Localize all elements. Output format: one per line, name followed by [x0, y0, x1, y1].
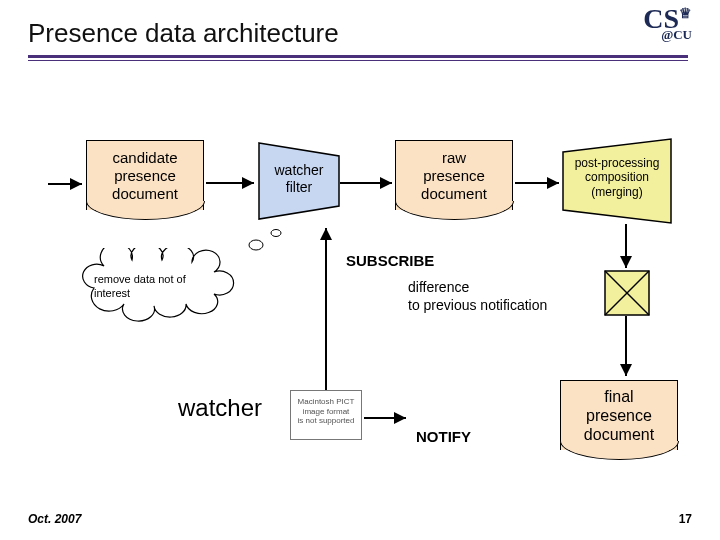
watcher-filter-node: watcher filter	[258, 142, 340, 220]
missing-3: is not supported	[298, 416, 355, 425]
raw-line2: presence	[423, 167, 485, 185]
footer-date: Oct. 2007	[28, 512, 81, 526]
missing-1: Macintosh PICT	[298, 397, 355, 406]
cloud-line2: interest	[94, 286, 234, 300]
raw-line3: document	[421, 185, 487, 203]
footer-page-number: 17	[679, 512, 692, 526]
candidate-line1: candidate	[112, 149, 177, 167]
raw-line1: raw	[442, 149, 466, 167]
arrow-raw-to-post	[515, 175, 565, 193]
subscribe-label: SUBSCRIBE	[346, 252, 434, 269]
final-line2: presence	[586, 406, 652, 425]
missing-image-placeholder: Macintosh PICT image format is not suppo…	[290, 390, 362, 440]
arrow-input	[48, 176, 88, 194]
diff-line2: to previous notification	[408, 296, 547, 314]
crown-icon: ♕	[679, 8, 692, 19]
logo-at: @	[661, 27, 673, 42]
page-title: Presence data architecture	[28, 18, 692, 49]
cloud-line1: remove data not of	[94, 272, 234, 286]
filter-line2: filter	[258, 179, 340, 196]
final-line3: document	[584, 425, 654, 444]
arrow-subscribe-up	[320, 222, 332, 396]
arrow-candidate-to-filter	[206, 175, 260, 193]
candidate-presence-document-node: candidate presence document	[86, 140, 204, 210]
post-line3: (merging)	[562, 185, 672, 199]
thought-bubble-2	[270, 224, 284, 242]
svg-point-6	[249, 240, 263, 250]
filter-line1: watcher	[258, 162, 340, 179]
arrow-notify-right	[364, 410, 412, 428]
arrow-post-to-diff	[620, 224, 632, 278]
raw-presence-document-node: raw presence document	[395, 140, 513, 210]
title-rule-thin	[28, 60, 688, 61]
cs-cu-logo: CS♕ @CU	[643, 8, 692, 41]
thought-bubble-1	[248, 238, 268, 256]
logo-inst: CU	[673, 27, 692, 42]
remove-data-cloud: remove data not of interest	[84, 258, 234, 318]
final-presence-document-node: final presence document	[560, 380, 678, 450]
arrow-filter-to-raw	[340, 175, 398, 193]
arrow-diff-to-final	[620, 316, 632, 386]
post-processing-node: post-processing composition (merging)	[562, 138, 672, 224]
watcher-label: watcher	[178, 394, 262, 422]
svg-point-7	[271, 230, 281, 237]
candidate-line2: presence	[114, 167, 176, 185]
notify-label: NOTIFY	[416, 428, 471, 445]
final-line1: final	[604, 387, 633, 406]
title-rule	[28, 55, 688, 58]
post-line2: composition	[562, 170, 672, 184]
post-line1: post-processing	[562, 156, 672, 170]
missing-2: image format	[303, 407, 350, 416]
difference-label: difference to previous notification	[408, 278, 547, 314]
candidate-line3: document	[112, 185, 178, 203]
diff-line1: difference	[408, 278, 547, 296]
